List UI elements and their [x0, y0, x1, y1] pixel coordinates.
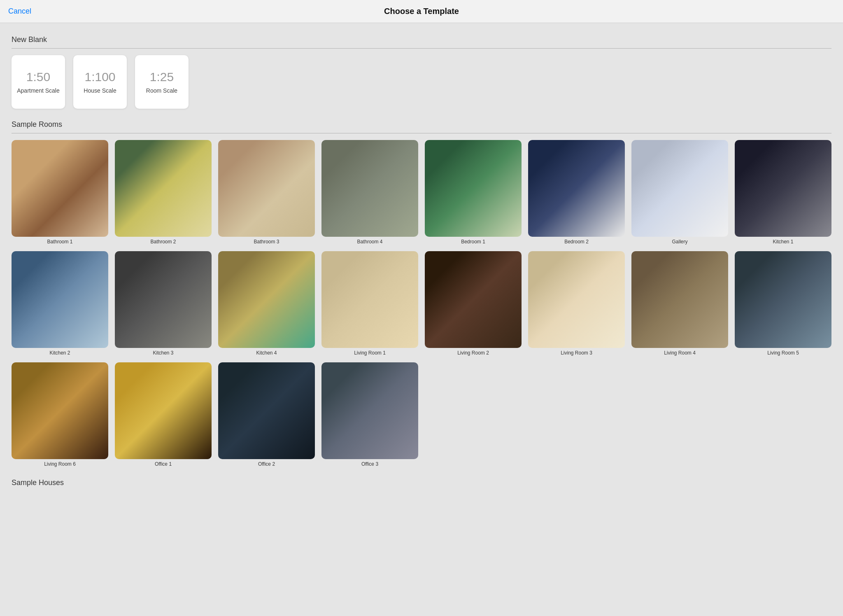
room-thumb-kitchen2 — [12, 251, 108, 348]
header: Cancel Choose a Template — [0, 0, 843, 23]
room-card-bathroom2[interactable]: Bathroom 2 — [115, 140, 212, 245]
room-thumb-livingroom6 — [12, 362, 108, 459]
blank-label-room-scale: Room Scale — [146, 87, 177, 94]
room-name-bathroom3: Bathroom 3 — [254, 239, 279, 245]
blank-label-house-scale: House Scale — [84, 87, 116, 94]
room-thumb-kitchen3 — [115, 251, 212, 348]
room-card-bathroom1[interactable]: Bathroom 1 — [12, 140, 108, 245]
room-card-kitchen1[interactable]: Kitchen 1 — [735, 140, 831, 245]
room-thumb-kitchen1 — [735, 140, 831, 237]
blank-card-apartment-scale[interactable]: 1:50Apartment Scale — [12, 55, 65, 109]
room-card-livingroom6[interactable]: Living Room 6 — [12, 362, 108, 467]
page-title: Choose a Template — [384, 7, 459, 16]
room-name-office3: Office 3 — [361, 461, 378, 467]
room-card-livingroom1[interactable]: Living Room 1 — [321, 251, 418, 356]
blank-scale-house-scale: 1:100 — [84, 70, 115, 84]
room-name-livingroom5: Living Room 5 — [767, 350, 799, 356]
room-name-kitchen1: Kitchen 1 — [773, 239, 793, 245]
room-name-bathroom2: Bathroom 2 — [150, 239, 176, 245]
main-content: New Blank 1:50Apartment Scale1:100House … — [0, 23, 843, 495]
new-blank-section-label: New Blank — [12, 35, 831, 44]
cancel-button[interactable]: Cancel — [8, 7, 31, 16]
room-thumb-livingroom3 — [528, 251, 625, 348]
room-card-office1[interactable]: Office 1 — [115, 362, 212, 467]
room-name-office1: Office 1 — [155, 461, 172, 467]
room-thumb-livingroom5 — [735, 251, 831, 348]
room-name-livingroom3: Living Room 3 — [561, 350, 592, 356]
blank-scale-apartment-scale: 1:50 — [26, 70, 50, 84]
room-card-bathroom4[interactable]: Bathroom 4 — [321, 140, 418, 245]
room-thumb-livingroom2 — [425, 251, 522, 348]
room-card-kitchen4[interactable]: Kitchen 4 — [218, 251, 315, 356]
sample-rooms-section-label: Sample Rooms — [12, 120, 831, 129]
blank-label-apartment-scale: Apartment Scale — [17, 87, 60, 94]
room-name-kitchen2: Kitchen 2 — [49, 350, 70, 356]
room-card-bedroom2[interactable]: Bedroom 2 — [528, 140, 625, 245]
room-name-livingroom2: Living Room 2 — [457, 350, 489, 356]
room-card-bathroom3[interactable]: Bathroom 3 — [218, 140, 315, 245]
room-thumb-livingroom1 — [321, 251, 418, 348]
room-thumb-bedroom2 — [528, 140, 625, 237]
room-card-gallery[interactable]: Gallery — [631, 140, 728, 245]
blank-card-room-scale[interactable]: 1:25Room Scale — [135, 55, 189, 109]
room-thumb-livingroom4 — [631, 251, 728, 348]
blank-scale-room-scale: 1:25 — [150, 70, 174, 84]
room-thumb-bathroom2 — [115, 140, 212, 237]
room-thumb-gallery — [631, 140, 728, 237]
sample-rooms-divider — [12, 133, 831, 133]
room-thumb-bedroom1 — [425, 140, 522, 237]
room-thumb-bathroom4 — [321, 140, 418, 237]
room-name-bathroom4: Bathroom 4 — [357, 239, 382, 245]
room-name-bedroom1: Bedroom 1 — [461, 239, 485, 245]
room-name-livingroom4: Living Room 4 — [664, 350, 696, 356]
room-card-kitchen2[interactable]: Kitchen 2 — [12, 251, 108, 356]
room-thumb-bathroom1 — [12, 140, 108, 237]
room-card-kitchen3[interactable]: Kitchen 3 — [115, 251, 212, 356]
new-blank-divider — [12, 48, 831, 49]
room-name-livingroom6: Living Room 6 — [44, 461, 76, 467]
room-card-livingroom2[interactable]: Living Room 2 — [425, 251, 522, 356]
room-card-livingroom5[interactable]: Living Room 5 — [735, 251, 831, 356]
room-card-bedroom1[interactable]: Bedroom 1 — [425, 140, 522, 245]
room-card-office2[interactable]: Office 2 — [218, 362, 315, 467]
blank-card-house-scale[interactable]: 1:100House Scale — [73, 55, 127, 109]
room-thumb-kitchen4 — [218, 251, 315, 348]
room-card-livingroom4[interactable]: Living Room 4 — [631, 251, 728, 356]
room-card-office3[interactable]: Office 3 — [321, 362, 418, 467]
sample-houses-section-label: Sample Houses — [12, 478, 831, 487]
room-card-livingroom3[interactable]: Living Room 3 — [528, 251, 625, 356]
room-thumb-office3 — [321, 362, 418, 459]
room-name-bathroom1: Bathroom 1 — [47, 239, 72, 245]
room-name-kitchen3: Kitchen 3 — [153, 350, 173, 356]
room-thumb-office1 — [115, 362, 212, 459]
room-name-kitchen4: Kitchen 4 — [256, 350, 277, 356]
blank-templates-grid: 1:50Apartment Scale1:100House Scale1:25R… — [12, 55, 831, 109]
room-name-gallery: Gallery — [672, 239, 687, 245]
room-name-bedroom2: Bedroom 2 — [564, 239, 589, 245]
room-thumb-bathroom3 — [218, 140, 315, 237]
room-thumb-office2 — [218, 362, 315, 459]
room-name-office2: Office 2 — [258, 461, 275, 467]
room-name-livingroom1: Living Room 1 — [354, 350, 386, 356]
sample-rooms-grid: Bathroom 1Bathroom 2Bathroom 3Bathroom 4… — [12, 140, 831, 467]
